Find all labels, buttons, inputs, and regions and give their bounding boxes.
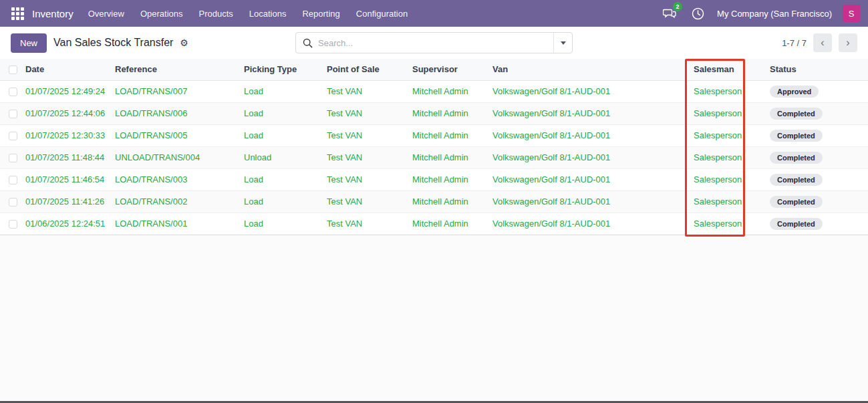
column-header-reference[interactable]: Reference bbox=[115, 59, 244, 80]
cell-van: Volkswagen/Golf 8/1-AUD-001 bbox=[492, 190, 694, 213]
apps-grid-icon bbox=[11, 7, 24, 20]
cell-status: Approved bbox=[770, 80, 868, 102]
column-header-status[interactable]: Status bbox=[770, 59, 868, 80]
action-gear-icon[interactable]: ⚙ bbox=[180, 38, 188, 47]
status-badge: Completed bbox=[770, 152, 823, 164]
table-row[interactable]: 01/07/2025 12:44:06 LOAD/TRANS/006 Load … bbox=[0, 102, 868, 124]
page-title: Van Sales Stock Transfer bbox=[53, 37, 173, 49]
menu-configuration[interactable]: Configuration bbox=[356, 9, 408, 19]
cell-date: 01/07/2025 11:48:44 bbox=[25, 146, 115, 168]
cell-status: Completed bbox=[770, 124, 868, 146]
row-checkbox[interactable] bbox=[9, 198, 17, 207]
cell-point-of-sale: Test VAN bbox=[327, 124, 412, 146]
user-avatar[interactable]: S bbox=[843, 5, 860, 22]
column-header-date[interactable]: Date bbox=[25, 59, 115, 80]
cell-point-of-sale: Test VAN bbox=[327, 190, 412, 213]
menu-products[interactable]: Products bbox=[198, 9, 233, 19]
table-row[interactable]: 01/06/2025 12:24:51 LOAD/TRANS/001 Load … bbox=[0, 213, 868, 235]
pager-counter[interactable]: 1-7 / 7 bbox=[782, 38, 807, 48]
pager-next-button[interactable]: › bbox=[839, 33, 857, 52]
cell-salesman: Salesperson bbox=[694, 124, 770, 146]
column-header-van[interactable]: Van bbox=[492, 59, 694, 80]
top-navbar: Inventory Overview Operations Products L… bbox=[0, 0, 868, 27]
chevron-down-icon bbox=[561, 41, 566, 45]
status-badge: Completed bbox=[770, 218, 823, 230]
row-checkbox[interactable] bbox=[9, 154, 17, 162]
menu-overview[interactable]: Overview bbox=[88, 9, 124, 19]
cell-supervisor: Mitchell Admin bbox=[412, 102, 492, 124]
cell-date: 01/07/2025 12:44:06 bbox=[25, 102, 115, 124]
cell-picking-type: Load bbox=[244, 213, 327, 235]
cell-point-of-sale: Test VAN bbox=[327, 146, 412, 168]
column-header-supervisor[interactable]: Supervisor bbox=[412, 59, 492, 80]
navbar-systray: 2 My Company (San Francisco) S bbox=[661, 5, 860, 22]
select-all-checkbox[interactable] bbox=[9, 65, 17, 74]
menu-locations[interactable]: Locations bbox=[249, 9, 287, 19]
app-name[interactable]: Inventory bbox=[32, 8, 74, 19]
cell-picking-type: Load bbox=[244, 190, 327, 213]
menu-operations[interactable]: Operations bbox=[140, 9, 183, 19]
cell-reference: LOAD/TRANS/005 bbox=[115, 124, 244, 146]
row-checkbox[interactable] bbox=[9, 110, 17, 118]
breadcrumb-area: New Van Sales Stock Transfer ⚙ bbox=[11, 33, 295, 53]
cell-picking-type: Load bbox=[244, 80, 327, 102]
row-checkbox[interactable] bbox=[9, 176, 17, 184]
column-header-salesman[interactable]: Salesman bbox=[694, 59, 770, 80]
column-header-point-of-sale[interactable]: Point of Sale bbox=[327, 59, 412, 80]
row-checkbox[interactable] bbox=[9, 220, 17, 229]
messages-button[interactable]: 2 bbox=[661, 5, 678, 22]
status-badge: Approved bbox=[770, 86, 819, 98]
row-checkbox[interactable] bbox=[9, 132, 17, 140]
cell-point-of-sale: Test VAN bbox=[327, 102, 412, 124]
table-row[interactable]: 01/07/2025 12:49:24 LOAD/TRANS/007 Load … bbox=[0, 80, 868, 102]
cell-salesman: Salesperson bbox=[694, 213, 770, 235]
menu-reporting[interactable]: Reporting bbox=[302, 9, 339, 19]
row-checkbox[interactable] bbox=[9, 88, 17, 96]
cell-point-of-sale: Test VAN bbox=[327, 213, 412, 235]
table-row[interactable]: 01/07/2025 11:46:54 LOAD/TRANS/003 Load … bbox=[0, 168, 868, 190]
chevron-left-icon: ‹ bbox=[821, 37, 824, 48]
cell-supervisor: Mitchell Admin bbox=[412, 213, 492, 235]
cell-status: Completed bbox=[770, 213, 868, 235]
search-input[interactable] bbox=[318, 38, 553, 48]
activities-button[interactable] bbox=[689, 5, 706, 22]
cell-reference: LOAD/TRANS/007 bbox=[115, 80, 244, 102]
list-view: Date Reference Picking Type Point of Sal… bbox=[0, 59, 868, 235]
search-bar bbox=[295, 32, 573, 53]
cell-date: 01/07/2025 12:30:33 bbox=[25, 124, 115, 146]
app-window: Inventory Overview Operations Products L… bbox=[0, 0, 868, 403]
cell-status: Completed bbox=[770, 190, 868, 213]
cell-point-of-sale: Test VAN bbox=[327, 80, 412, 102]
table-row[interactable]: 01/07/2025 11:48:44 UNLOAD/TRANS/004 Unl… bbox=[0, 146, 868, 168]
new-button[interactable]: New bbox=[11, 33, 47, 53]
table-row[interactable]: 01/07/2025 11:41:26 LOAD/TRANS/002 Load … bbox=[0, 190, 868, 213]
cell-salesman: Salesperson bbox=[694, 146, 770, 168]
cell-van: Volkswagen/Golf 8/1-AUD-001 bbox=[492, 124, 694, 146]
search-icon bbox=[303, 38, 313, 48]
status-badge: Completed bbox=[770, 130, 823, 142]
cell-date: 01/07/2025 11:46:54 bbox=[25, 168, 115, 190]
table-row[interactable]: 01/07/2025 12:30:33 LOAD/TRANS/005 Load … bbox=[0, 124, 868, 146]
column-header-picking-type[interactable]: Picking Type bbox=[244, 59, 327, 80]
cell-salesman: Salesperson bbox=[694, 102, 770, 124]
cell-date: 01/07/2025 11:41:26 bbox=[25, 190, 115, 213]
pager-previous-button[interactable]: ‹ bbox=[813, 33, 832, 52]
cell-van: Volkswagen/Golf 8/1-AUD-001 bbox=[492, 80, 694, 102]
cell-reference: LOAD/TRANS/003 bbox=[115, 168, 244, 190]
search-options-toggle[interactable] bbox=[553, 33, 572, 53]
apps-menu-button[interactable] bbox=[8, 4, 27, 23]
cell-van: Volkswagen/Golf 8/1-AUD-001 bbox=[492, 102, 694, 124]
clock-icon bbox=[692, 7, 704, 20]
cell-supervisor: Mitchell Admin bbox=[412, 168, 492, 190]
cell-supervisor: Mitchell Admin bbox=[412, 80, 492, 102]
table-header-row: Date Reference Picking Type Point of Sal… bbox=[0, 59, 868, 80]
table-body: 01/07/2025 12:49:24 LOAD/TRANS/007 Load … bbox=[0, 80, 868, 235]
status-badge: Completed bbox=[770, 108, 823, 120]
cell-reference: LOAD/TRANS/001 bbox=[115, 213, 244, 235]
cell-date: 01/07/2025 12:49:24 bbox=[25, 80, 115, 102]
cell-picking-type: Load bbox=[244, 168, 327, 190]
company-switcher[interactable]: My Company (San Francisco) bbox=[717, 9, 832, 19]
cell-salesman: Salesperson bbox=[694, 190, 770, 213]
cell-salesman: Salesperson bbox=[694, 80, 770, 102]
cell-picking-type: Load bbox=[244, 102, 327, 124]
